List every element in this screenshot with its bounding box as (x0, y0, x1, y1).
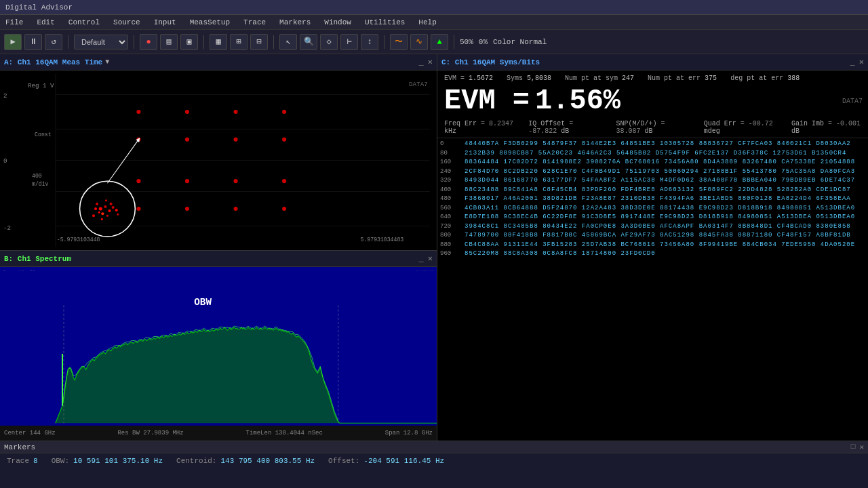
hex-row-0: 0 48440B7A F3DB0299 54879F37 8144E2E3 64… (440, 140, 865, 149)
syms-label: Syms 5,8038 (507, 75, 551, 82)
svg-text:-2: -2 (3, 224, 11, 232)
time-len: TimeLen 138.4044 nSec (246, 430, 323, 436)
menu-file[interactable]: File (3, 17, 26, 28)
repeat-button[interactable]: ↺ (45, 34, 62, 50)
svg-point-17 (136, 110, 140, 114)
play-button[interactable]: ▶ (4, 34, 22, 50)
centroid-field: Centroid: 143 795 400 803.55 Hz (176, 457, 315, 465)
menu-source[interactable]: Source (111, 17, 143, 28)
svg-point-41 (115, 209, 118, 211)
offset-value: -204 591 116.45 Hz (363, 457, 444, 465)
markers-bar: Markers □ ✕ Trace 8 OBW: 10 591 101 375.… (0, 441, 868, 468)
svg-point-23 (233, 138, 237, 142)
svg-point-19 (233, 110, 237, 114)
menu-control[interactable]: Control (66, 17, 102, 28)
main-area: A: Ch1 16QAM Meas Time ▼ _ ✕ (0, 54, 868, 441)
sep4 (273, 35, 274, 49)
svg-text:-5.9793103448: -5.9793103448 (57, 237, 100, 243)
menu-trace[interactable]: Trace (241, 17, 269, 28)
layout2-button[interactable]: ⊟ (250, 34, 268, 50)
menu-meassetup[interactable]: MeasSetup (187, 17, 233, 28)
titlebar-title: Digital Advisor (5, 3, 73, 12)
panel-c-close-button[interactable]: ✕ (859, 57, 864, 67)
left-panels: A: Ch1 16QAM Meas Time ▼ _ ✕ (0, 54, 437, 441)
svg-point-29 (136, 207, 140, 211)
obw-field: OBW: 10 591 101 375.10 Hz (52, 457, 163, 465)
panel-b-min-button[interactable]: _ (419, 254, 424, 264)
offset-field: Offset: -204 591 116.45 Hz (328, 457, 444, 465)
svg-point-37 (108, 209, 111, 212)
pause-button[interactable]: ⏸ (24, 34, 42, 50)
cursor-button[interactable]: ↖ (279, 34, 297, 50)
sep6 (454, 35, 454, 49)
centroid-label: Centroid: (176, 457, 216, 465)
freq-err-stat: Freq Err = 8.2347 kHz (444, 120, 517, 135)
scope-button[interactable]: ▤ (160, 34, 178, 50)
svg-point-40 (106, 215, 108, 217)
zoom-button[interactable]: 🔍 (300, 34, 317, 50)
res-bw: Res BW 27.9839 MHz (117, 430, 183, 436)
clipping-level: 0% (479, 38, 488, 46)
zoom-level: 50% (460, 38, 473, 46)
hex-row-480: 480 F3868017 A46A2001 38D821DB F23A8E87 … (440, 195, 865, 204)
menu-markers[interactable]: Markers (277, 17, 313, 28)
color-mode: Color Normal (493, 38, 547, 46)
svg-point-43 (98, 211, 100, 214)
menu-edit[interactable]: Edit (34, 17, 57, 28)
svg-text:400: 400 (32, 173, 42, 179)
svg-text:Const: Const (35, 131, 52, 138)
wave1-button[interactable]: 〜 (390, 34, 408, 50)
preset-dropdown[interactable]: Default (74, 35, 128, 49)
menu-utilities[interactable]: Utilities (362, 17, 408, 28)
panel-c-min-button[interactable]: _ (850, 58, 855, 67)
hex-row-800: 800 74789700 88F418B8 F8817B8C 45869BCA … (440, 231, 865, 241)
menu-window[interactable]: Window (321, 17, 354, 28)
panel-c-controls: _ ✕ (850, 57, 864, 67)
svg-text:0: 0 (3, 157, 7, 165)
grid-button[interactable]: ▦ (210, 34, 227, 50)
panel-b-tab[interactable]: B: Ch1 Spectrum (4, 255, 71, 263)
trace-value: 8 (33, 457, 38, 465)
svg-point-22 (185, 138, 189, 142)
svg-point-47 (117, 214, 119, 216)
panel-a-tab[interactable]: A: Ch1 16QAM Meas Time ▼ (4, 58, 109, 66)
markers-float-icon[interactable]: □ (851, 443, 856, 451)
svg-point-39 (101, 212, 104, 215)
obw-marker-label: OBW: (52, 457, 69, 465)
spectrum-svg: OBW (0, 267, 437, 441)
panel-c-tab[interactable]: C: Ch1 16QAM Syms/Bits (441, 58, 540, 66)
evm-top-stats: EVM = 1.5672 Syms 5,8038 Num pt at sym 2… (444, 75, 861, 82)
svg-point-48 (101, 218, 103, 220)
hex-row-400: 400 88C23488 89C841A8 C8F45CB4 83PDF260 … (440, 186, 865, 195)
svg-point-20 (282, 110, 286, 114)
hex-row-160: 160 88364484 17C02D72 8141988E2 3908276A… (440, 158, 865, 167)
menu-help[interactable]: Help (416, 17, 439, 28)
panel-a-dropdown-icon[interactable]: ▼ (105, 58, 109, 66)
wave3-button[interactable]: ▲ (431, 34, 448, 50)
span: Span 12.8 GHz (385, 430, 433, 436)
markers-header: Markers □ ✕ (0, 441, 868, 453)
panel-b-close-button[interactable]: ✕ (428, 253, 433, 264)
hex-row-240: 240 2CF84D70 8C2DB220 628C1E70 C4F0B49D1… (440, 167, 865, 177)
layout-button[interactable]: ⊞ (230, 34, 248, 50)
svg-point-38 (112, 206, 115, 209)
svg-point-35 (99, 207, 102, 211)
measure-button[interactable]: ↕ (361, 34, 378, 50)
svg-point-26 (185, 179, 189, 183)
trace-field: Trace 8 (7, 457, 38, 465)
sep1 (68, 35, 68, 49)
panel-a-min-button[interactable]: _ (419, 58, 424, 67)
wave2-button[interactable]: ∿ (410, 34, 428, 50)
record-button[interactable]: ● (140, 34, 157, 50)
markers-close-icon[interactable]: ✕ (859, 443, 864, 451)
cam-button[interactable]: ▣ (180, 34, 198, 50)
sep3 (203, 35, 204, 49)
diamond-button[interactable]: ◇ (320, 34, 338, 50)
svg-text:2: 2 (3, 93, 7, 100)
menu-input[interactable]: Input (151, 17, 179, 28)
svg-point-31 (233, 207, 237, 211)
split-button[interactable]: ⊢ (340, 34, 358, 50)
hex-row-80: 80 2132B39 8898CB87 55A20C23 4646A2C3 56… (440, 149, 865, 159)
panel-a-close-button[interactable]: ✕ (428, 57, 433, 67)
menubar: File Edit Control Source Input MeasSetup… (0, 15, 868, 30)
